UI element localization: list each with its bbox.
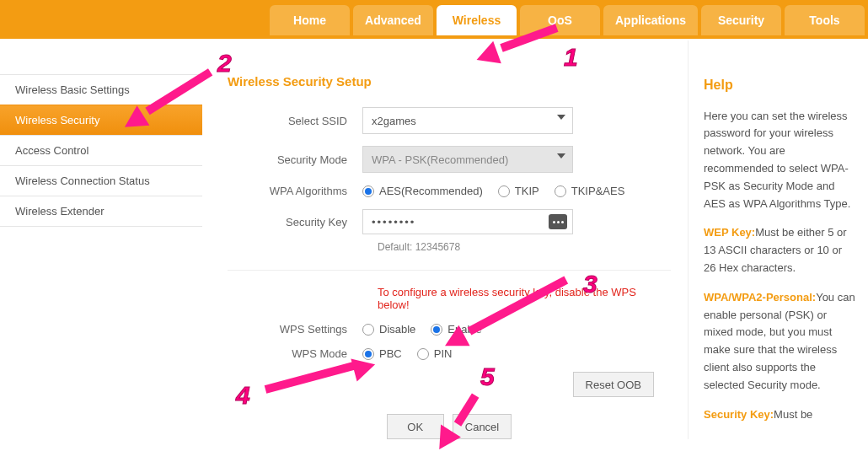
- alg-aes-radio[interactable]: AES(Recommended): [362, 185, 483, 197]
- wps-disable-radio[interactable]: Disable: [362, 323, 415, 336]
- help-title: Help: [704, 74, 856, 96]
- tab-home[interactable]: Home: [270, 5, 350, 35]
- wps-enable-label: Enable: [447, 323, 481, 336]
- radio-dot-icon: [555, 185, 566, 197]
- tab-tools[interactable]: Tools: [785, 5, 865, 35]
- help-intro: Here you can set the wireless password f…: [704, 108, 856, 213]
- help-sk: Security Key:Must be: [704, 406, 856, 424]
- alg-tkip-aes-label: TKIP&AES: [571, 185, 625, 197]
- label-security-key: Security Key: [228, 216, 362, 228]
- help-wep-key-label: WEP Key:: [704, 226, 755, 239]
- help-wep: WEP Key:Must be either 5 or 13 ASCII cha…: [704, 224, 856, 277]
- wps-warning: To configure a wireless security key, di…: [378, 286, 671, 311]
- sidebar-item-wireless-extender[interactable]: Wireless Extender: [0, 196, 202, 227]
- label-select-ssid: Select SSID: [228, 115, 362, 127]
- security-key-mask: ••••••••: [372, 216, 549, 228]
- security-key-input[interactable]: ••••••••: [362, 209, 573, 234]
- alg-tkip-aes-radio[interactable]: TKIP&AES: [555, 185, 625, 197]
- ssid-select[interactable]: x2games: [362, 107, 573, 134]
- tab-qos[interactable]: QoS: [520, 5, 600, 35]
- wps-pbc-radio[interactable]: PBC: [362, 347, 402, 360]
- help-wpa-text: You can enable personal (PSK) or mixed m…: [704, 291, 855, 391]
- default-key-hint: Default: 12345678: [378, 241, 671, 253]
- page-title: Wireless Security Setup: [228, 74, 671, 89]
- label-wpa-algorithms: WPA Algorithms: [228, 185, 362, 197]
- alg-aes-label: AES(Recommended): [379, 185, 483, 197]
- reset-oob-button[interactable]: Reset OOB: [573, 372, 654, 397]
- radio-dot-icon: [431, 324, 442, 336]
- tab-applications[interactable]: Applications: [603, 5, 698, 35]
- sidebar-item-wireless-security[interactable]: Wireless Security: [0, 105, 202, 135]
- tab-security[interactable]: Security: [701, 5, 781, 35]
- alg-tkip-label: TKIP: [515, 185, 539, 197]
- security-mode-value: WPA - PSK(Recommended): [372, 153, 508, 166]
- radio-dot-icon: [362, 348, 374, 360]
- wps-enable-radio[interactable]: Enable: [431, 323, 481, 336]
- help-wpa-label: WPA/WPA2-Personal:: [704, 291, 816, 304]
- sidebar-item-basic-settings[interactable]: Wireless Basic Settings: [0, 74, 202, 105]
- wps-disable-label: Disable: [379, 323, 415, 336]
- show-password-icon[interactable]: [549, 214, 567, 229]
- radio-dot-icon: [417, 348, 429, 360]
- wps-pbc-label: PBC: [379, 347, 402, 360]
- help-panel: Help Here you can set the wireless passw…: [688, 40, 868, 439]
- chevron-down-icon: [557, 153, 565, 158]
- help-sk-text: Must be: [774, 408, 812, 421]
- label-wps-settings: WPS Settings: [228, 323, 362, 336]
- alg-tkip-radio[interactable]: TKIP: [498, 185, 539, 197]
- label-security-mode: Security Mode: [228, 153, 362, 166]
- sidebar-item-access-control[interactable]: Access Control: [0, 135, 202, 165]
- primary-tabs: Home Advanced Wireless QoS Applications …: [0, 0, 868, 35]
- ssid-value: x2games: [372, 115, 416, 127]
- tab-advanced[interactable]: Advanced: [353, 5, 433, 35]
- chevron-down-icon: [557, 115, 565, 120]
- help-wpa: WPA/WPA2-Personal:You can enable persona…: [704, 289, 856, 395]
- security-mode-select[interactable]: WPA - PSK(Recommended): [362, 146, 573, 173]
- radio-dot-icon: [498, 185, 510, 197]
- cancel-button[interactable]: Cancel: [453, 414, 512, 439]
- radio-dot-icon: [362, 324, 374, 336]
- wps-pin-label: PIN: [434, 347, 453, 360]
- main-panel: Wireless Security Setup Select SSID x2ga…: [202, 40, 688, 439]
- label-wps-mode: WPS Mode: [228, 347, 362, 360]
- ok-button[interactable]: OK: [387, 414, 444, 439]
- wps-pin-radio[interactable]: PIN: [417, 347, 453, 360]
- divider: [228, 270, 671, 271]
- sidebar-item-connection-status[interactable]: Wireless Connection Status: [0, 165, 202, 196]
- radio-dot-icon: [362, 185, 374, 197]
- sidebar: Wireless Basic Settings Wireless Securit…: [0, 40, 202, 439]
- tab-wireless[interactable]: Wireless: [437, 5, 517, 35]
- help-sk-label: Security Key:: [704, 408, 774, 421]
